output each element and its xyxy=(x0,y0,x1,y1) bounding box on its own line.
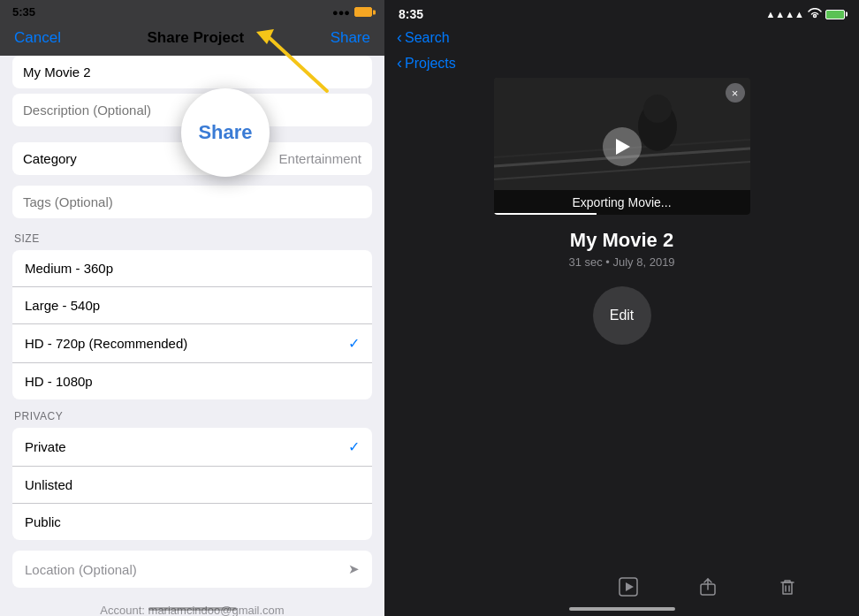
size-option-hd1080[interactable]: HD - 1080p xyxy=(12,363,372,399)
home-indicator-left xyxy=(148,607,237,611)
privacy-private[interactable]: Private ✓ xyxy=(12,428,372,467)
projects-label: Projects xyxy=(405,56,456,72)
projects-link[interactable]: ‹ Projects xyxy=(397,54,847,72)
close-button[interactable]: × xyxy=(726,83,745,103)
size-medium-label: Medium - 360p xyxy=(25,261,113,276)
left-status-bar: 5:35 ●●● xyxy=(0,0,384,22)
projects-nav: ‹ Projects xyxy=(384,54,859,78)
trash-toolbar-icon[interactable] xyxy=(778,577,797,602)
category-value: Entertainment xyxy=(279,151,361,166)
export-label: Exporting Movie... xyxy=(494,190,750,215)
size-options: Medium - 360p Large - 540p HD - 720p (Re… xyxy=(12,250,372,399)
signal-icon: ●●● xyxy=(332,7,350,18)
size-hd1080-label: HD - 1080p xyxy=(25,374,93,389)
right-wifi-icon xyxy=(808,8,822,21)
bottom-toolbar xyxy=(571,577,845,602)
video-thumbnail: Exporting Movie... × xyxy=(494,78,750,215)
share-sheet-panel: 5:35 ●●● Cancel Share Project Share Cate… xyxy=(0,0,384,616)
share-form: Category Entertainment SIZE Medium - 360… xyxy=(0,56,384,616)
privacy-unlisted[interactable]: Unlisted xyxy=(12,467,372,504)
share-button-nav[interactable]: Share xyxy=(331,29,370,47)
category-label: Category xyxy=(23,151,77,166)
battery-icon xyxy=(354,7,372,17)
back-link[interactable]: ‹ Search xyxy=(397,28,847,47)
nav-title: Share Project xyxy=(147,29,244,47)
cancel-button[interactable]: Cancel xyxy=(14,29,61,47)
back-nav: ‹ Search xyxy=(384,25,859,54)
right-time: 8:35 xyxy=(399,7,423,21)
tags-input[interactable] xyxy=(12,186,372,218)
category-row[interactable]: Category Entertainment xyxy=(12,142,372,175)
svg-marker-10 xyxy=(626,582,634,591)
hd720-checkmark: ✓ xyxy=(348,335,360,352)
projects-chevron-icon: ‹ xyxy=(397,54,402,72)
edit-button[interactable]: Edit xyxy=(593,286,651,345)
export-progress xyxy=(494,213,597,215)
privacy-private-label: Private xyxy=(25,439,66,454)
right-status-icons: ▲▲▲▲ xyxy=(765,8,845,21)
private-checkmark: ✓ xyxy=(348,438,360,455)
location-icon: ➤ xyxy=(348,561,360,577)
size-header: SIZE xyxy=(14,232,370,245)
play-triangle xyxy=(616,139,630,155)
home-indicator xyxy=(569,607,675,611)
size-option-large[interactable]: Large - 540p xyxy=(12,287,372,324)
right-signal-icon: ▲▲▲▲ xyxy=(765,9,804,19)
privacy-public-label: Public xyxy=(25,514,61,529)
movie-meta: 31 sec • July 8, 2019 xyxy=(568,255,674,269)
movie-title: My Movie 2 xyxy=(570,229,673,252)
size-option-medium[interactable]: Medium - 360p xyxy=(12,250,372,287)
privacy-unlisted-label: Unlisted xyxy=(25,477,72,492)
title-input[interactable] xyxy=(12,56,372,88)
left-time: 5:35 xyxy=(12,5,35,19)
right-status-bar: 8:35 ▲▲▲▲ xyxy=(384,0,859,25)
size-hd720-label: HD - 720p (Recommended) xyxy=(25,336,187,351)
back-label: Search xyxy=(405,30,450,46)
play-toolbar-icon[interactable] xyxy=(619,577,638,602)
privacy-public[interactable]: Public xyxy=(12,504,372,540)
privacy-header: PRIVACY xyxy=(14,410,370,422)
right-panel: 8:35 ▲▲▲▲ ‹ Search ‹ Projects xyxy=(384,0,859,616)
nav-bar: Cancel Share Project Share xyxy=(0,22,384,56)
chevron-left-icon: ‹ xyxy=(397,28,402,47)
size-option-hd720[interactable]: HD - 720p (Recommended) ✓ xyxy=(12,324,372,363)
location-row[interactable]: Location (Optional) ➤ xyxy=(12,551,372,588)
left-status-icons: ●●● xyxy=(332,7,372,18)
privacy-options: Private ✓ Unlisted Public xyxy=(12,428,372,540)
location-label: Location (Optional) xyxy=(25,562,137,577)
size-large-label: Large - 540p xyxy=(25,298,100,313)
right-battery-icon xyxy=(825,10,845,19)
play-icon xyxy=(603,127,642,166)
share-toolbar-icon[interactable] xyxy=(698,577,718,602)
description-input[interactable] xyxy=(12,94,372,126)
title-section xyxy=(12,56,372,132)
